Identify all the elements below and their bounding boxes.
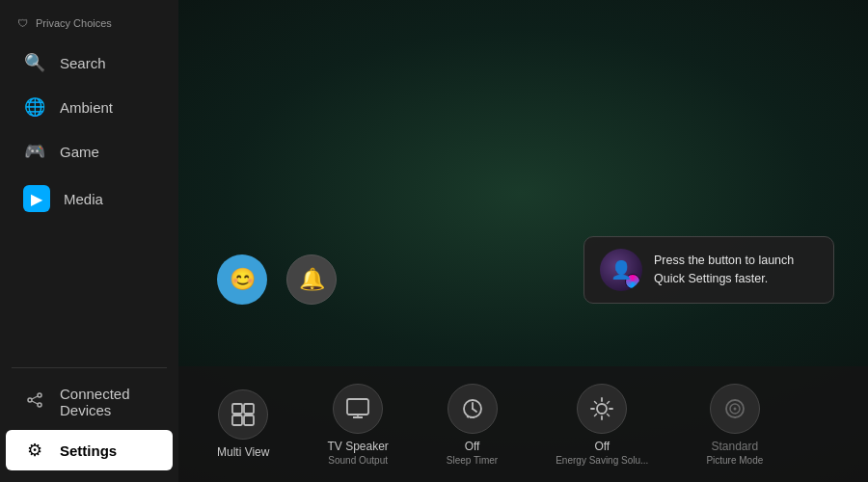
sidebar-item-label: Ambient — [60, 99, 113, 116]
svg-rect-8 — [244, 415, 254, 425]
svg-line-25 — [608, 401, 610, 403]
quick-item-tv-speaker[interactable]: TV Speaker Sound Output — [327, 384, 388, 466]
divider — [12, 367, 167, 368]
svg-line-4 — [32, 401, 38, 404]
sidebar-item-label: Media — [64, 191, 103, 207]
svg-point-0 — [28, 398, 32, 402]
svg-rect-9 — [347, 399, 368, 415]
svg-point-1 — [38, 393, 41, 397]
svg-line-26 — [595, 414, 597, 415]
multi-view-label: Multi View — [217, 445, 269, 459]
bell-icon: 🔔 — [299, 267, 325, 292]
privacy-label: Privacy Choices — [36, 17, 112, 29]
sidebar-bottom: Connected Devices ⚙ Settings — [0, 360, 178, 482]
sidebar-item-ambient[interactable]: 🌐 Ambient — [6, 87, 173, 127]
energy-saving-label: Off — [594, 440, 610, 453]
svg-rect-6 — [244, 404, 254, 414]
quick-settings-tooltip: 👤 Press the button to launch Quick Setti… — [583, 236, 834, 304]
picture-mode-sublabel: Picture Mode — [706, 455, 763, 466]
quick-item-energy-saving[interactable]: Off Energy Saving Solu... — [556, 384, 648, 466]
svg-line-3 — [32, 396, 38, 399]
sleep-timer-label: Off — [465, 440, 480, 453]
sidebar-item-media[interactable]: ▶ Media — [6, 175, 173, 222]
quick-item-picture-mode[interactable]: Standard Picture Mode — [706, 384, 763, 466]
picture-mode-icon — [710, 384, 760, 434]
svg-line-14 — [473, 409, 476, 412]
sidebar-item-game[interactable]: 🎮 Game — [6, 131, 173, 172]
multi-view-icon — [218, 389, 268, 440]
tooltip-text: Press the button to launch Quick Setting… — [654, 252, 818, 288]
sidebar-item-label: Game — [60, 144, 99, 160]
sidebar: 🛡 Privacy Choices 🔍 Search 🌐 Ambient 🎮 G… — [0, 0, 178, 482]
tooltip-avatar: 👤 — [600, 249, 642, 291]
svg-rect-7 — [232, 415, 242, 425]
svg-point-29 — [733, 407, 736, 410]
energy-saving-icon — [577, 384, 627, 434]
sidebar-item-label: Search — [60, 55, 106, 71]
tv-speaker-icon — [333, 384, 383, 434]
tv-speaker-label: TV Speaker — [327, 440, 388, 453]
connected-devices-icon — [23, 390, 46, 414]
sidebar-item-label: Settings — [60, 442, 117, 459]
search-icon: 🔍 — [23, 52, 46, 73]
shield-icon: 🛡 — [17, 17, 28, 29]
svg-rect-5 — [232, 404, 242, 414]
quick-item-sleep-timer[interactable]: Off Sleep Timer — [447, 384, 498, 466]
media-icon: ▶ — [23, 185, 50, 212]
tv-speaker-sublabel: Sound Output — [328, 455, 388, 466]
smiley-icon: 😊 — [230, 267, 256, 292]
game-icon: 🎮 — [23, 141, 46, 162]
settings-icon: ⚙ — [23, 440, 46, 461]
smiley-avatar[interactable]: 😊 — [217, 254, 267, 305]
picture-mode-label: Standard — [711, 440, 758, 453]
svg-line-23 — [595, 401, 597, 403]
quick-action-bar: Multi View TV Speaker Sound Output Off — [178, 366, 868, 482]
ambient-icon: 🌐 — [23, 96, 46, 118]
energy-saving-sublabel: Energy Saving Solu... — [556, 455, 648, 466]
svg-line-15 — [467, 416, 469, 417]
bell-avatar[interactable]: 🔔 — [286, 254, 337, 305]
svg-line-24 — [608, 414, 610, 415]
sidebar-item-connected-devices[interactable]: Connected Devices — [6, 376, 173, 428]
sleep-timer-sublabel: Sleep Timer — [447, 455, 498, 466]
privacy-row[interactable]: 🛡 Privacy Choices — [0, 10, 178, 37]
sidebar-item-settings[interactable]: ⚙ Settings — [6, 430, 173, 470]
sidebar-item-search[interactable]: 🔍 Search — [6, 42, 173, 83]
sleep-timer-icon — [448, 384, 498, 434]
sidebar-item-label: Connected Devices — [60, 386, 155, 418]
svg-point-18 — [597, 404, 607, 414]
svg-point-2 — [38, 403, 41, 407]
quick-item-multi-view[interactable]: Multi View — [217, 389, 269, 459]
